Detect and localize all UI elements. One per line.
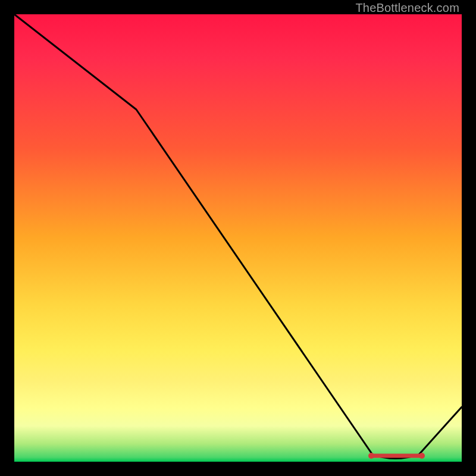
bottleneck-curve-path <box>14 14 462 459</box>
chart-frame: TheBottleneck.com <box>0 0 476 476</box>
chart-plot-area <box>14 14 462 462</box>
watermark-text: TheBottleneck.com <box>355 1 459 15</box>
optimal-band-end-left <box>368 453 374 459</box>
bottleneck-line <box>14 14 462 462</box>
optimal-band-end-right <box>419 453 425 459</box>
